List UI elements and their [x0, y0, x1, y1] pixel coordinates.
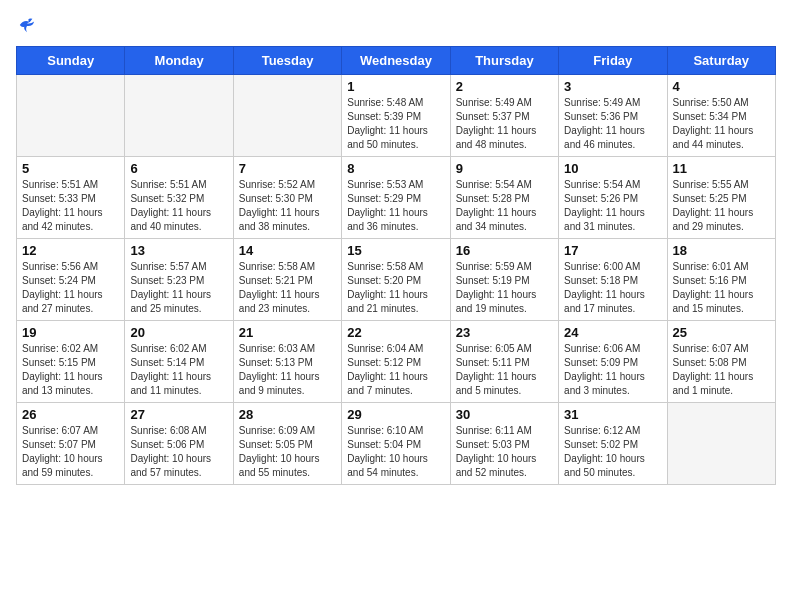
day-info: Sunrise: 5:54 AM Sunset: 5:28 PM Dayligh…	[456, 178, 553, 234]
day-number: 10	[564, 161, 661, 176]
day-number: 16	[456, 243, 553, 258]
calendar-cell: 5Sunrise: 5:51 AM Sunset: 5:33 PM Daylig…	[17, 157, 125, 239]
day-number: 21	[239, 325, 336, 340]
weekday-header-saturday: Saturday	[667, 47, 775, 75]
day-number: 2	[456, 79, 553, 94]
day-info: Sunrise: 6:07 AM Sunset: 5:08 PM Dayligh…	[673, 342, 770, 398]
weekday-header-row: SundayMondayTuesdayWednesdayThursdayFrid…	[17, 47, 776, 75]
calendar-cell: 9Sunrise: 5:54 AM Sunset: 5:28 PM Daylig…	[450, 157, 558, 239]
day-info: Sunrise: 5:58 AM Sunset: 5:20 PM Dayligh…	[347, 260, 444, 316]
calendar-cell: 28Sunrise: 6:09 AM Sunset: 5:05 PM Dayli…	[233, 403, 341, 485]
day-info: Sunrise: 6:01 AM Sunset: 5:16 PM Dayligh…	[673, 260, 770, 316]
calendar-cell: 19Sunrise: 6:02 AM Sunset: 5:15 PM Dayli…	[17, 321, 125, 403]
day-info: Sunrise: 5:54 AM Sunset: 5:26 PM Dayligh…	[564, 178, 661, 234]
day-info: Sunrise: 6:07 AM Sunset: 5:07 PM Dayligh…	[22, 424, 119, 480]
weekday-header-sunday: Sunday	[17, 47, 125, 75]
day-info: Sunrise: 5:51 AM Sunset: 5:32 PM Dayligh…	[130, 178, 227, 234]
calendar-week-row: 26Sunrise: 6:07 AM Sunset: 5:07 PM Dayli…	[17, 403, 776, 485]
calendar-cell: 13Sunrise: 5:57 AM Sunset: 5:23 PM Dayli…	[125, 239, 233, 321]
weekday-header-friday: Friday	[559, 47, 667, 75]
calendar-cell: 14Sunrise: 5:58 AM Sunset: 5:21 PM Dayli…	[233, 239, 341, 321]
day-number: 23	[456, 325, 553, 340]
calendar-cell: 2Sunrise: 5:49 AM Sunset: 5:37 PM Daylig…	[450, 75, 558, 157]
logo-bird-icon	[18, 16, 36, 34]
calendar-cell: 18Sunrise: 6:01 AM Sunset: 5:16 PM Dayli…	[667, 239, 775, 321]
day-number: 15	[347, 243, 444, 258]
day-number: 8	[347, 161, 444, 176]
day-number: 31	[564, 407, 661, 422]
day-number: 17	[564, 243, 661, 258]
weekday-header-tuesday: Tuesday	[233, 47, 341, 75]
calendar-cell	[125, 75, 233, 157]
day-number: 13	[130, 243, 227, 258]
calendar-table: SundayMondayTuesdayWednesdayThursdayFrid…	[16, 46, 776, 485]
calendar-cell: 11Sunrise: 5:55 AM Sunset: 5:25 PM Dayli…	[667, 157, 775, 239]
calendar-cell: 10Sunrise: 5:54 AM Sunset: 5:26 PM Dayli…	[559, 157, 667, 239]
day-info: Sunrise: 6:00 AM Sunset: 5:18 PM Dayligh…	[564, 260, 661, 316]
weekday-header-monday: Monday	[125, 47, 233, 75]
calendar-cell: 17Sunrise: 6:00 AM Sunset: 5:18 PM Dayli…	[559, 239, 667, 321]
day-number: 26	[22, 407, 119, 422]
day-number: 9	[456, 161, 553, 176]
day-info: Sunrise: 6:02 AM Sunset: 5:15 PM Dayligh…	[22, 342, 119, 398]
day-number: 12	[22, 243, 119, 258]
day-number: 1	[347, 79, 444, 94]
calendar-cell: 6Sunrise: 5:51 AM Sunset: 5:32 PM Daylig…	[125, 157, 233, 239]
calendar-cell: 31Sunrise: 6:12 AM Sunset: 5:02 PM Dayli…	[559, 403, 667, 485]
calendar-cell: 16Sunrise: 5:59 AM Sunset: 5:19 PM Dayli…	[450, 239, 558, 321]
day-number: 24	[564, 325, 661, 340]
day-info: Sunrise: 6:10 AM Sunset: 5:04 PM Dayligh…	[347, 424, 444, 480]
day-info: Sunrise: 6:08 AM Sunset: 5:06 PM Dayligh…	[130, 424, 227, 480]
calendar-cell: 25Sunrise: 6:07 AM Sunset: 5:08 PM Dayli…	[667, 321, 775, 403]
day-info: Sunrise: 5:55 AM Sunset: 5:25 PM Dayligh…	[673, 178, 770, 234]
day-number: 6	[130, 161, 227, 176]
day-number: 5	[22, 161, 119, 176]
day-number: 18	[673, 243, 770, 258]
day-number: 28	[239, 407, 336, 422]
day-number: 7	[239, 161, 336, 176]
day-number: 4	[673, 79, 770, 94]
calendar-cell: 29Sunrise: 6:10 AM Sunset: 5:04 PM Dayli…	[342, 403, 450, 485]
day-number: 25	[673, 325, 770, 340]
calendar-cell	[17, 75, 125, 157]
calendar-cell: 23Sunrise: 6:05 AM Sunset: 5:11 PM Dayli…	[450, 321, 558, 403]
calendar-cell: 15Sunrise: 5:58 AM Sunset: 5:20 PM Dayli…	[342, 239, 450, 321]
day-info: Sunrise: 6:03 AM Sunset: 5:13 PM Dayligh…	[239, 342, 336, 398]
day-info: Sunrise: 6:12 AM Sunset: 5:02 PM Dayligh…	[564, 424, 661, 480]
calendar-cell	[233, 75, 341, 157]
day-number: 22	[347, 325, 444, 340]
weekday-header-thursday: Thursday	[450, 47, 558, 75]
day-info: Sunrise: 6:05 AM Sunset: 5:11 PM Dayligh…	[456, 342, 553, 398]
day-info: Sunrise: 5:56 AM Sunset: 5:24 PM Dayligh…	[22, 260, 119, 316]
calendar-cell: 20Sunrise: 6:02 AM Sunset: 5:14 PM Dayli…	[125, 321, 233, 403]
day-info: Sunrise: 6:09 AM Sunset: 5:05 PM Dayligh…	[239, 424, 336, 480]
day-info: Sunrise: 5:50 AM Sunset: 5:34 PM Dayligh…	[673, 96, 770, 152]
day-number: 19	[22, 325, 119, 340]
day-info: Sunrise: 6:04 AM Sunset: 5:12 PM Dayligh…	[347, 342, 444, 398]
calendar-cell: 8Sunrise: 5:53 AM Sunset: 5:29 PM Daylig…	[342, 157, 450, 239]
day-info: Sunrise: 6:02 AM Sunset: 5:14 PM Dayligh…	[130, 342, 227, 398]
weekday-header-wednesday: Wednesday	[342, 47, 450, 75]
day-number: 30	[456, 407, 553, 422]
calendar-cell: 7Sunrise: 5:52 AM Sunset: 5:30 PM Daylig…	[233, 157, 341, 239]
day-info: Sunrise: 6:11 AM Sunset: 5:03 PM Dayligh…	[456, 424, 553, 480]
day-info: Sunrise: 5:53 AM Sunset: 5:29 PM Dayligh…	[347, 178, 444, 234]
day-number: 29	[347, 407, 444, 422]
calendar-cell: 27Sunrise: 6:08 AM Sunset: 5:06 PM Dayli…	[125, 403, 233, 485]
day-info: Sunrise: 5:49 AM Sunset: 5:37 PM Dayligh…	[456, 96, 553, 152]
calendar-week-row: 12Sunrise: 5:56 AM Sunset: 5:24 PM Dayli…	[17, 239, 776, 321]
day-number: 27	[130, 407, 227, 422]
calendar-cell: 4Sunrise: 5:50 AM Sunset: 5:34 PM Daylig…	[667, 75, 775, 157]
calendar-cell: 3Sunrise: 5:49 AM Sunset: 5:36 PM Daylig…	[559, 75, 667, 157]
calendar-cell	[667, 403, 775, 485]
logo	[16, 16, 36, 34]
calendar-cell: 24Sunrise: 6:06 AM Sunset: 5:09 PM Dayli…	[559, 321, 667, 403]
calendar-cell: 26Sunrise: 6:07 AM Sunset: 5:07 PM Dayli…	[17, 403, 125, 485]
calendar-week-row: 1Sunrise: 5:48 AM Sunset: 5:39 PM Daylig…	[17, 75, 776, 157]
calendar-week-row: 19Sunrise: 6:02 AM Sunset: 5:15 PM Dayli…	[17, 321, 776, 403]
calendar-cell: 12Sunrise: 5:56 AM Sunset: 5:24 PM Dayli…	[17, 239, 125, 321]
day-number: 20	[130, 325, 227, 340]
day-info: Sunrise: 5:48 AM Sunset: 5:39 PM Dayligh…	[347, 96, 444, 152]
day-info: Sunrise: 5:51 AM Sunset: 5:33 PM Dayligh…	[22, 178, 119, 234]
day-number: 14	[239, 243, 336, 258]
